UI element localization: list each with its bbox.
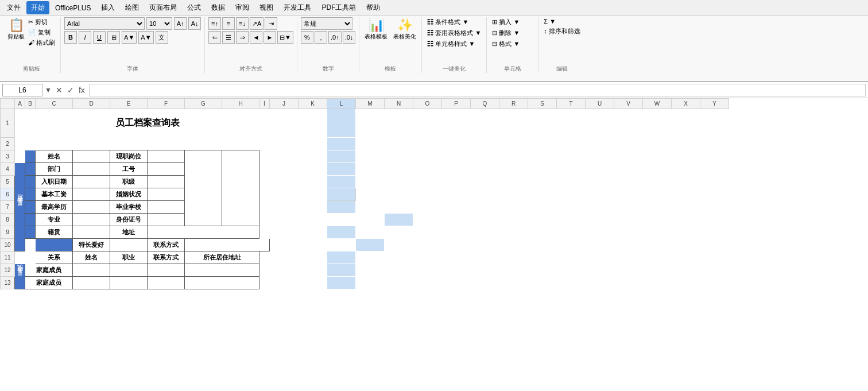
- cell-B8[interactable]: [25, 214, 36, 226]
- col-header-G[interactable]: G: [185, 99, 222, 109]
- cell-F2[interactable]: [148, 138, 185, 150]
- cell-N1[interactable]: [385, 109, 413, 138]
- menu-dev[interactable]: 开发工具: [279, 1, 316, 14]
- cell-F3-pos-value[interactable]: [148, 150, 185, 163]
- text-rotate-button[interactable]: ↗A: [250, 17, 264, 30]
- align-left-button[interactable]: ⇐: [208, 31, 221, 44]
- underline-button[interactable]: U: [93, 31, 106, 44]
- expand-ref-button[interactable]: ▼: [45, 86, 52, 94]
- cell-E9-addr-label[interactable]: 地址: [110, 226, 148, 239]
- align-bottom-button[interactable]: ≡↓: [236, 17, 249, 30]
- cell-L1[interactable]: [327, 109, 356, 138]
- cell-A4-sidebar[interactable]: 员工基本信息: [15, 163, 25, 251]
- cell-L10[interactable]: [356, 239, 385, 251]
- cell-T1[interactable]: [557, 109, 586, 138]
- cell-J9[interactable]: [270, 226, 299, 239]
- cell-I9[interactable]: [259, 226, 270, 239]
- cell-J4[interactable]: [270, 163, 299, 176]
- format-button[interactable]: ⊟ 格式 ▼: [490, 39, 521, 49]
- cell-E13-value[interactable]: [110, 277, 148, 289]
- cell-G13-value[interactable]: [185, 277, 259, 289]
- cell-B9[interactable]: [25, 226, 36, 239]
- cell-A10[interactable]: [25, 239, 36, 251]
- cell-E4-empid-label[interactable]: 工号: [110, 163, 148, 176]
- italic-button[interactable]: I: [79, 31, 91, 44]
- delete-button[interactable]: ⊟ 删除 ▼: [490, 28, 521, 38]
- row-num-6[interactable]: 6: [1, 188, 15, 201]
- font-family-select[interactable]: Arial: [64, 17, 145, 30]
- cell-I7[interactable]: [259, 201, 270, 214]
- table-template-button[interactable]: 📊 表格模板: [363, 17, 389, 42]
- menu-review[interactable]: 审阅: [231, 1, 254, 14]
- copy-button[interactable]: 📄 复制: [26, 28, 57, 37]
- cell-J6[interactable]: [270, 188, 299, 201]
- cell-Y1[interactable]: [700, 109, 729, 138]
- cell-A11[interactable]: [15, 251, 25, 264]
- cell-B2[interactable]: [25, 138, 36, 150]
- cell-L8[interactable]: [385, 214, 413, 226]
- cell-rest-7[interactable]: [356, 201, 729, 214]
- cancel-formula-button[interactable]: ✕: [54, 86, 64, 95]
- dec-increase-button[interactable]: .0↑: [328, 31, 342, 44]
- cell-L13[interactable]: [327, 277, 356, 289]
- col-header-S[interactable]: S: [528, 99, 557, 109]
- row-num-10[interactable]: 10: [1, 239, 15, 251]
- cell-R1[interactable]: [499, 109, 528, 138]
- col-header-K[interactable]: K: [299, 99, 327, 109]
- col-header-Y[interactable]: Y: [700, 99, 729, 109]
- cell-C3-name-label[interactable]: 姓名: [36, 150, 73, 163]
- menu-draw[interactable]: 绘图: [121, 1, 144, 14]
- col-header-L[interactable]: L: [327, 99, 356, 109]
- cell-J10[interactable]: [299, 239, 327, 251]
- bold-button[interactable]: B: [64, 31, 77, 44]
- menu-help[interactable]: 帮助: [362, 1, 385, 14]
- col-header-D[interactable]: D: [73, 99, 110, 109]
- col-header-A[interactable]: A: [15, 99, 25, 109]
- cell-L6-selected[interactable]: [327, 188, 356, 201]
- cell-D10-hobby-value[interactable]: [110, 239, 148, 251]
- sort-filter-button[interactable]: ↕ 排序和筛选: [542, 26, 582, 36]
- font-grow-button[interactable]: A↑: [174, 17, 187, 30]
- cell-K1[interactable]: [299, 109, 327, 138]
- cell-rest-8[interactable]: [413, 214, 868, 226]
- cell-J2[interactable]: [270, 138, 299, 150]
- menu-officeplus[interactable]: OfficePLUS: [51, 2, 95, 14]
- cell-I5[interactable]: [259, 176, 270, 188]
- menu-formula[interactable]: 公式: [183, 1, 206, 14]
- cell-L12[interactable]: [327, 264, 356, 277]
- cell-B1[interactable]: [25, 109, 36, 138]
- font-color-button[interactable]: A▼: [138, 31, 153, 44]
- cell-I3[interactable]: [259, 150, 270, 163]
- row-num-2[interactable]: 2: [1, 138, 15, 150]
- cell-M1[interactable]: [356, 109, 385, 138]
- cell-K9[interactable]: [299, 226, 327, 239]
- cell-S1[interactable]: [528, 109, 557, 138]
- cell-H3[interactable]: [222, 150, 259, 226]
- menu-layout[interactable]: 页面布局: [145, 1, 181, 14]
- cell-K2[interactable]: [299, 138, 327, 150]
- cell-B7[interactable]: [25, 201, 36, 214]
- row-num-13[interactable]: 13: [1, 277, 15, 289]
- sum-button[interactable]: Σ ▼: [542, 17, 557, 25]
- col-header-Q[interactable]: Q: [471, 99, 499, 109]
- cell-E6-marital-label[interactable]: 婚姻状况: [110, 188, 148, 201]
- cell-D12-value[interactable]: [73, 264, 110, 277]
- cell-rest-6[interactable]: [356, 188, 729, 201]
- align-center-button[interactable]: ☰: [222, 31, 235, 44]
- wubi-button[interactable]: 文: [156, 31, 168, 44]
- col-header-R[interactable]: R: [499, 99, 528, 109]
- row-num-5[interactable]: 5: [1, 176, 15, 188]
- cell-D6-salary-value[interactable]: [73, 188, 110, 201]
- cell-rest-10[interactable]: [385, 239, 799, 251]
- indent-inc-button[interactable]: ►: [264, 31, 276, 44]
- format-painter-button[interactable]: 🖌 格式刷: [26, 38, 57, 48]
- cell-C1-title[interactable]: 员工档案查询表: [36, 109, 259, 138]
- cell-L4[interactable]: [327, 163, 356, 176]
- cell-reference-box[interactable]: [2, 84, 42, 96]
- font-size-select[interactable]: 10: [146, 17, 172, 30]
- cell-B3[interactable]: [25, 150, 36, 163]
- cell-F10-contact-value[interactable]: [185, 239, 270, 251]
- align-middle-button[interactable]: ≡: [222, 17, 235, 30]
- cell-U1[interactable]: [586, 109, 614, 138]
- insert-button[interactable]: ⊞ 插入 ▼: [490, 17, 521, 27]
